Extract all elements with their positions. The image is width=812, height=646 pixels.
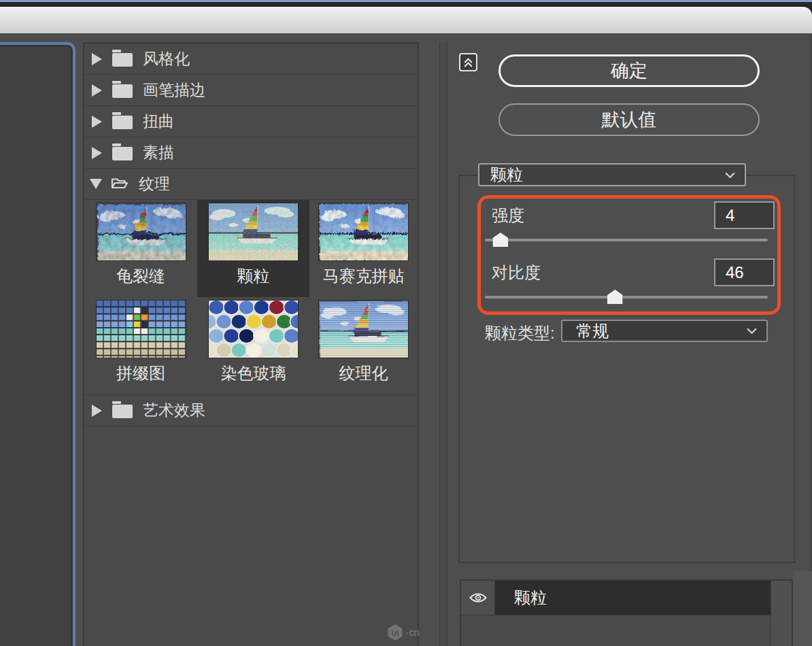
patchwork-thumbnail-image	[97, 301, 186, 358]
folder-row-brush-strokes[interactable]: 画笔描边	[84, 75, 418, 106]
filter-thumb-texturizer[interactable]: 纹理化	[309, 297, 418, 394]
folder-closed-icon	[112, 53, 133, 67]
filter-thumb-label: 马赛克拼贴	[323, 265, 405, 287]
filter-thumb-label: 龟裂缝	[116, 265, 165, 287]
filter-thumb-label: 颗粒	[237, 265, 270, 287]
chevron-right-icon	[92, 116, 102, 128]
folder-label: 纹理	[139, 173, 170, 194]
double-chevron-up-icon	[462, 56, 474, 68]
default-button[interactable]: 默认值	[498, 103, 760, 136]
filter-thumb-grain[interactable]: 颗粒	[197, 200, 309, 297]
contrast-value: 46	[726, 263, 744, 282]
craquelure-thumbnail-image	[97, 203, 186, 260]
chevron-right-icon	[92, 84, 102, 97]
mosaic-tiles-thumbnail-image	[319, 203, 408, 260]
texture-filter-grid: 龟裂缝 颗粒 马赛克拼贴	[84, 200, 418, 394]
folder-label: 艺术效果	[143, 400, 205, 421]
filter-category-list: 风格化 画笔描边 扭曲 素描 纹理	[83, 42, 419, 646]
filter-thumb-label: 纹理化	[339, 362, 388, 384]
collapse-panel-button[interactable]	[459, 53, 477, 71]
folder-closed-icon	[112, 405, 133, 418]
contrast-label: 对比度	[492, 262, 541, 284]
intensity-value: 4	[726, 206, 734, 225]
watermark: UI ·cn	[387, 624, 419, 641]
folder-closed-icon	[112, 84, 133, 98]
folder-row-distort[interactable]: 扭曲	[84, 106, 418, 137]
default-button-label: 默认值	[602, 107, 657, 132]
chevron-down-icon	[90, 179, 102, 189]
effect-layer-row[interactable]: 颗粒	[461, 581, 771, 615]
filter-select-value: 颗粒	[490, 164, 523, 186]
filter-thumb-mosaic-tiles[interactable]: 马赛克拼贴	[309, 200, 418, 297]
chevron-right-icon	[92, 405, 102, 417]
folder-open-icon	[110, 176, 129, 192]
folder-label: 风格化	[143, 48, 190, 69]
folder-row-artistic[interactable]: 艺术效果	[84, 394, 418, 426]
filter-thumb-craquelure[interactable]: 龟裂缝	[84, 200, 197, 297]
grain-type-label: 颗粒类型:	[485, 322, 555, 344]
folder-label: 画笔描边	[143, 80, 205, 101]
filter-thumb-patchwork[interactable]: 拼缀图	[84, 297, 197, 394]
grain-type-dropdown[interactable]: 常规	[561, 320, 768, 342]
contrast-value-field[interactable]: 46	[714, 258, 775, 286]
eye-icon	[469, 591, 488, 605]
ok-button[interactable]: 确定	[498, 54, 760, 87]
chevron-down-icon	[747, 328, 757, 334]
chevron-down-icon	[725, 172, 735, 178]
folder-label: 素描	[143, 142, 174, 163]
chevron-right-icon	[92, 147, 102, 159]
hexagon-badge-icon: UI	[387, 624, 403, 641]
folder-closed-icon	[112, 116, 133, 129]
watermark-suffix: ·cn	[406, 627, 419, 638]
effect-layer-name: 颗粒	[495, 581, 771, 615]
intensity-value-field[interactable]: 4	[714, 201, 775, 229]
grain-thumbnail-image	[209, 203, 298, 260]
image-preview-panel	[0, 42, 75, 646]
grain-type-value: 常规	[576, 320, 609, 342]
folder-label: 扭曲	[143, 111, 174, 132]
filter-thumb-stained-glass[interactable]: 染色玻璃	[197, 297, 309, 394]
intensity-slider[interactable]	[485, 239, 768, 241]
filter-thumb-label: 染色玻璃	[221, 362, 286, 384]
intensity-label: 强度	[492, 205, 524, 226]
folder-row-stylize[interactable]: 风格化	[84, 44, 418, 75]
filter-thumb-label: 拼缀图	[116, 362, 165, 384]
layers-scrollbar-gutter[interactable]	[771, 581, 792, 646]
folder-row-texture[interactable]: 纹理	[84, 169, 418, 200]
texturizer-thumbnail-image	[319, 301, 408, 358]
filter-select-dropdown[interactable]: 颗粒	[478, 163, 746, 186]
panel-margin	[793, 571, 812, 646]
folder-row-sketch[interactable]: 素描	[84, 137, 418, 169]
ok-button-label: 确定	[611, 58, 647, 83]
panel-splitter[interactable]	[439, 42, 447, 646]
chevron-right-icon	[92, 53, 102, 65]
layer-visibility-toggle[interactable]	[461, 581, 495, 615]
contrast-slider[interactable]	[485, 296, 768, 299]
watermark-badge-text: UI	[392, 629, 399, 637]
folder-closed-icon	[112, 147, 133, 160]
effect-layers-panel: 颗粒	[460, 579, 793, 646]
filter-gallery-dialog: 风格化 画笔描边 扭曲 素描 纹理	[0, 0, 812, 646]
stained-glass-thumbnail-image	[209, 301, 298, 358]
window-titlebar	[0, 7, 812, 33]
